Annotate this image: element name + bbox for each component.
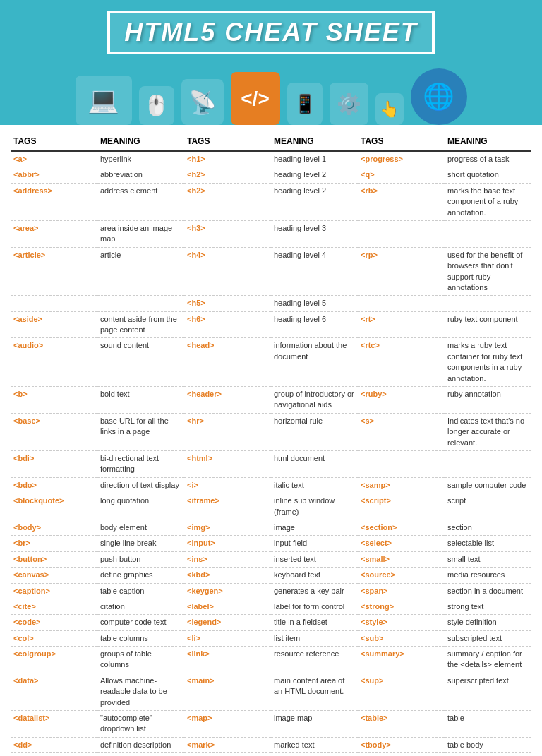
- code-icon: </>: [231, 72, 280, 125]
- table-row-4-col-4: <rp>: [358, 248, 445, 296]
- table-row-7-col-0: <audio>: [11, 338, 97, 387]
- table-row-1-col-1: abbreviation: [97, 167, 184, 183]
- table-row-2-col-4: <rb>: [358, 184, 445, 221]
- table-row-4-col-2: <h4>: [184, 248, 271, 296]
- table-row-9-col-0: <base>: [11, 414, 97, 451]
- col-header-meaning-3: MEANING: [445, 132, 531, 152]
- table-row-22-col-0: <data>: [11, 673, 97, 711]
- table-row-3-col-0: <area>: [11, 221, 97, 248]
- table-row-14-col-4: <select>: [358, 536, 445, 551]
- table-row-19-col-3: title in a fieldset: [271, 615, 358, 630]
- main-content: TAGS MEANING TAGS MEANING TAGS MEANING <…: [0, 125, 542, 756]
- table-row-3-col-2: <h3>: [184, 221, 271, 248]
- table-row-21-col-5: summary / caption for the <details> elem…: [445, 647, 531, 673]
- table-row-3-col-4: [358, 221, 445, 248]
- table-row-5-col-1: [97, 296, 184, 311]
- table-row-4-col-5: used for the benefit of browsers that do…: [445, 248, 531, 296]
- table-row-25-col-4: <td>: [358, 753, 445, 756]
- table-row-15-col-2: <ins>: [184, 552, 271, 568]
- table-row-9-col-3: horizontal rule: [271, 414, 358, 451]
- table-row-11-col-4: <samp>: [358, 478, 445, 493]
- col-header-tags-2: TAGS: [184, 132, 271, 152]
- table-row-10-col-5: [445, 451, 531, 478]
- table-row-6-col-4: <rt>: [358, 312, 445, 339]
- table-row-19-col-0: <code>: [11, 615, 97, 630]
- table-row-24-col-5: table body: [445, 738, 531, 753]
- gear-icon: ⚙️: [330, 83, 368, 125]
- globe-icon: 🌐: [411, 68, 467, 125]
- table-row-12-col-3: inline sub window (frame): [271, 493, 358, 520]
- table-row-4-col-0: <article>: [11, 248, 97, 296]
- table-row-1-col-3: heading level 2: [271, 167, 358, 183]
- table-row-23-col-3: image map: [271, 711, 358, 738]
- table-row-18-col-1: citation: [97, 599, 184, 615]
- table-row-1-col-2: <h2>: [184, 167, 271, 183]
- table-row-16-col-0: <canvas>: [11, 568, 97, 583]
- table-row-4-col-1: article: [97, 248, 184, 296]
- table-row-7-col-4: <rtc>: [358, 338, 445, 387]
- table-row-9-col-1: base URL for all the links in a page: [97, 414, 184, 451]
- table-row-16-col-5: media resources: [445, 568, 531, 583]
- header-icons: 💻 🖱️ 📡 </> 📱 ⚙️ 👆 🌐: [14, 61, 528, 125]
- table-row-23-col-1: "autocomplete" dropdown list: [97, 711, 184, 738]
- table-row-20-col-5: subscripted text: [445, 631, 531, 647]
- table-row-13-col-3: image: [271, 520, 358, 536]
- table-row-24-col-0: <dd>: [11, 738, 97, 753]
- table-row-23-col-2: <map>: [184, 711, 271, 738]
- table-row-9-col-5: Indicates text that's no longer accurate…: [445, 414, 531, 451]
- table-row-20-col-0: <col>: [11, 631, 97, 647]
- table-row-14-col-0: <br>: [11, 536, 97, 551]
- table-row-11-col-0: <bdo>: [11, 478, 97, 493]
- table-row-11-col-5: sample computer code: [445, 478, 531, 493]
- col-header-tags-1: TAGS: [11, 132, 97, 152]
- table-row-17-col-4: <span>: [358, 584, 445, 599]
- table-row-6-col-2: <h6>: [184, 312, 271, 339]
- table-row-12-col-0: <blockquote>: [11, 493, 97, 520]
- table-row-16-col-4: <source>: [358, 568, 445, 583]
- table-row-6-col-0: <aside>: [11, 312, 97, 339]
- table-row-20-col-4: <sub>: [358, 631, 445, 647]
- table-row-2-col-2: <h2>: [184, 184, 271, 221]
- table-row-22-col-1: Allows machine-readable data to be provi…: [97, 673, 184, 711]
- table-row-10-col-2: <html>: [184, 451, 271, 478]
- table-row-17-col-0: <caption>: [11, 584, 97, 599]
- table-row-15-col-3: inserted text: [271, 552, 358, 568]
- table-row-16-col-3: keyboard text: [271, 568, 358, 583]
- table-row-22-col-4: <sup>: [358, 673, 445, 711]
- cursor-icon: 👆: [375, 93, 404, 125]
- table-row-1-col-0: <abbr>: [11, 167, 97, 183]
- table-row-2-col-0: <address>: [11, 184, 97, 221]
- table-row-19-col-2: <legend>: [184, 615, 271, 630]
- table-row-25-col-2: <menu>: [184, 753, 271, 756]
- table-row-2-col-3: heading level 2: [271, 184, 358, 221]
- table-row-9-col-4: <s>: [358, 414, 445, 451]
- table-row-1-col-4: <q>: [358, 167, 445, 183]
- table-row-17-col-1: table caption: [97, 584, 184, 599]
- cheat-sheet-table: TAGS MEANING TAGS MEANING TAGS MEANING: [11, 132, 531, 152]
- table-row-9-col-2: <hr>: [184, 414, 271, 451]
- table-row-11-col-2: <i>: [184, 478, 271, 493]
- table-row-21-col-4: <summary>: [358, 647, 445, 673]
- page-title: HTML5 CHEAT SHEET: [107, 11, 434, 54]
- table-row-18-col-4: <strong>: [358, 599, 445, 615]
- table-row-25-col-1: deleted text: [97, 753, 184, 756]
- laptop-icon: 💻: [76, 76, 132, 125]
- table-row-8-col-3: group of introductory or navigational ai…: [271, 387, 358, 414]
- table-row-5-col-2: <h5>: [184, 296, 271, 311]
- table-row-17-col-3: generates a key pair: [271, 584, 358, 599]
- table-row-17-col-2: <keygen>: [184, 584, 271, 599]
- table-row-5-col-5: [445, 296, 531, 311]
- table-row-19-col-4: <style>: [358, 615, 445, 630]
- phone-icon: 📱: [287, 83, 323, 125]
- table-row-0-col-0: <a>: [11, 152, 97, 167]
- table-row-16-col-1: define graphics: [97, 568, 184, 583]
- table-row-25-col-0: <del>: [11, 753, 97, 756]
- table-row-19-col-1: computer code text: [97, 615, 184, 630]
- table-row-20-col-2: <li>: [184, 631, 271, 647]
- table-row-24-col-1: definition description: [97, 738, 184, 753]
- table-row-7-col-1: sound content: [97, 338, 184, 387]
- table-row-14-col-5: selectable list: [445, 536, 531, 551]
- table-row-10-col-1: bi-directional text formatting: [97, 451, 184, 478]
- table-row-11-col-3: italic text: [271, 478, 358, 493]
- table-row-16-col-2: <kbd>: [184, 568, 271, 583]
